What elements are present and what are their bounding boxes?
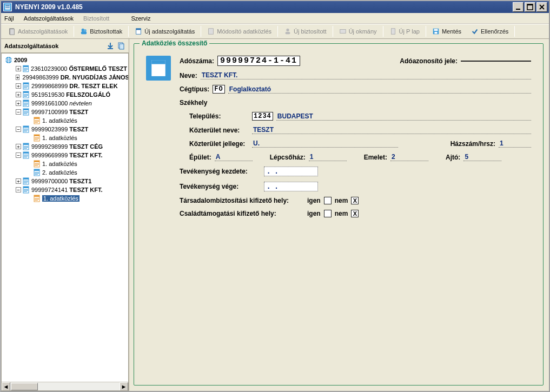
tree-item[interactable]: +99999298999 TESZT CÉG <box>3 142 127 151</box>
tree-item[interactable]: +99991661000 névtelen <box>3 99 127 108</box>
tree-item[interactable]: −99997100999 TESZT <box>3 108 127 116</box>
window-maximize-button[interactable] <box>525 2 535 12</box>
window-minimize-button[interactable] <box>513 2 524 12</box>
tree-expander-icon[interactable]: + <box>16 178 21 184</box>
toolbar-ellenorzes[interactable]: Ellenőrzés <box>466 26 513 37</box>
toolbar-uj-adatszolgaltatas[interactable]: Új adatszolgáltatás <box>130 26 200 37</box>
adoazonosito-label: Adóazonosító jele: <box>400 57 458 65</box>
scroll-track[interactable] <box>38 382 120 390</box>
svg-rect-53 <box>23 100 29 102</box>
tree-item[interactable]: +29999868999 DR. TESZT ELEK <box>3 82 127 90</box>
csalad-nem-label: nem <box>335 210 348 217</box>
svg-rect-80 <box>24 147 28 148</box>
svg-rect-110 <box>35 199 39 200</box>
tree-child-item[interactable]: 1. adatközlés <box>3 116 127 125</box>
tree-expander-icon[interactable]: − <box>16 109 21 115</box>
kozterulet-jellege-field[interactable]: U. <box>252 139 398 148</box>
telepules-code-field[interactable]: 1234 <box>252 112 273 121</box>
menu-biztositott[interactable]: Biztosított <box>83 15 109 22</box>
toolbar-uj-p-lap[interactable]: Új P lap <box>385 26 425 37</box>
tev-kezdete-label: Tevékenység kezdete: <box>180 168 261 175</box>
tree-item[interactable]: −99999023999 TESZT <box>3 125 127 134</box>
toolbar-biztositottak[interactable]: Biztosítottak <box>75 26 127 37</box>
toolbar-mentes[interactable]: Mentés <box>427 26 466 37</box>
adoszama-field[interactable]: 99999724-1-41 <box>217 56 300 66</box>
svg-rect-98 <box>23 178 29 180</box>
toolbar-separator <box>277 26 278 37</box>
window-close-button[interactable] <box>536 2 547 12</box>
csalad-nem-checkbox[interactable]: X <box>351 210 359 217</box>
svg-rect-33 <box>23 65 29 67</box>
svg-rect-103 <box>23 187 29 188</box>
svg-rect-79 <box>24 146 28 147</box>
tree-expander-icon[interactable]: + <box>16 66 21 71</box>
svg-rect-96 <box>35 174 38 175</box>
epulet-field[interactable]: A <box>215 153 253 161</box>
menu-fajl[interactable]: Fájl <box>4 15 14 22</box>
tree-expander-icon[interactable]: − <box>16 152 21 158</box>
tree-child-item[interactable]: 2. adatközlés <box>3 168 127 177</box>
tree-expander-icon[interactable]: + <box>16 144 21 149</box>
scroll-left-button[interactable]: ◄ <box>2 382 10 391</box>
svg-rect-66 <box>35 122 38 123</box>
cegtipus-code-field[interactable]: FO <box>213 85 224 94</box>
svg-rect-44 <box>24 85 28 86</box>
tev-kezdete-field[interactable]: . . <box>264 167 318 176</box>
tev-vege-field[interactable]: . . <box>264 182 318 191</box>
ajto-field[interactable]: 5 <box>463 153 501 161</box>
tree-item[interactable]: −99999669999 TESZT KFT. <box>3 151 127 160</box>
toolbar-separator <box>74 26 74 37</box>
svg-rect-104 <box>24 189 28 190</box>
toolbar-adatszolgaltatasok[interactable]: Adatszolgáltatások <box>3 26 72 37</box>
svg-rect-76 <box>35 139 38 140</box>
svg-rect-85 <box>24 156 28 156</box>
menu-adatszolgaltatasok[interactable]: Adatszolgáltatások <box>24 15 74 22</box>
lepcsohaz-field[interactable]: 1 <box>309 153 347 161</box>
csalad-label: Családtámogatási kifizető hely: <box>180 210 304 217</box>
toolbar-uj-okmany[interactable]: Új okmány <box>334 26 382 37</box>
tree-item[interactable]: +99999700000 TESZT1 <box>3 177 127 185</box>
scroll-right-button[interactable]: ► <box>120 382 128 391</box>
tree-panel: 2009+23610239000 ŐSTERMELŐ TESZT+2994986… <box>1 53 129 391</box>
tree-expander-icon[interactable]: − <box>16 187 21 192</box>
tree-item[interactable]: +23610239000 ŐSTERMELŐ TESZT <box>3 64 127 73</box>
scroll-thumb[interactable] <box>11 383 38 390</box>
svg-rect-73 <box>34 135 39 136</box>
neve-field[interactable]: TESZT KFT. <box>201 71 531 79</box>
tree-expander-icon[interactable]: − <box>16 127 21 132</box>
menu-szerviz[interactable]: Szerviz <box>131 15 150 22</box>
tree-expander-icon[interactable]: + <box>16 92 21 97</box>
tree-child-item[interactable]: 1. adatközlés <box>3 194 127 203</box>
tree-expander-icon[interactable]: + <box>16 75 19 80</box>
adoazonosito-field[interactable] <box>461 61 531 62</box>
tb-igen-checkbox[interactable] <box>324 197 332 204</box>
content-area: Adatközlés összesítő Adószáma: 99999724-… <box>129 39 549 391</box>
svg-rect-4 <box>5 8 10 9</box>
hazszam-field[interactable]: 1 <box>499 139 531 148</box>
toolbar-separator <box>514 26 515 37</box>
tb-nem-label: nem <box>335 197 348 204</box>
svg-rect-90 <box>35 164 39 165</box>
csalad-igen-checkbox[interactable] <box>324 210 332 217</box>
tb-nem-checkbox[interactable]: X <box>351 197 359 204</box>
tree-item[interactable]: +9519519530 FELSZOLGÁLÓ <box>3 90 127 99</box>
tree-child-item[interactable]: 1. adatközlés <box>3 134 127 142</box>
tree-item[interactable]: −99999724141 TESZT KFT. <box>3 185 127 194</box>
check-icon <box>471 28 479 35</box>
tree-expander-icon[interactable]: + <box>16 83 21 89</box>
copy-icon[interactable] <box>117 42 125 50</box>
tree-expander-icon[interactable]: + <box>16 101 21 106</box>
kozterulet-neve-field[interactable]: TESZT <box>252 126 531 134</box>
toolbar-uj-biztositott[interactable]: Új biztosított <box>279 26 332 37</box>
download-icon[interactable] <box>106 42 115 50</box>
svg-rect-48 <box>23 91 29 93</box>
svg-rect-56 <box>24 105 27 105</box>
tree-item[interactable]: +29949863999 DR. NYUGDÍJAS JÁNOS <box>3 73 127 82</box>
tree-year-node[interactable]: 2009 <box>3 56 127 64</box>
tree[interactable]: 2009+23610239000 ŐSTERMELŐ TESZT+2994986… <box>2 54 128 205</box>
horizontal-scrollbar[interactable]: ◄ ► <box>2 382 128 390</box>
tree-child-item[interactable]: 1. adatközlés <box>3 160 127 168</box>
toolbar-separator <box>128 26 129 37</box>
emelet-field[interactable]: 2 <box>390 153 428 161</box>
toolbar-modosito-adatkozles[interactable]: Módosító adatközlés <box>202 26 276 37</box>
